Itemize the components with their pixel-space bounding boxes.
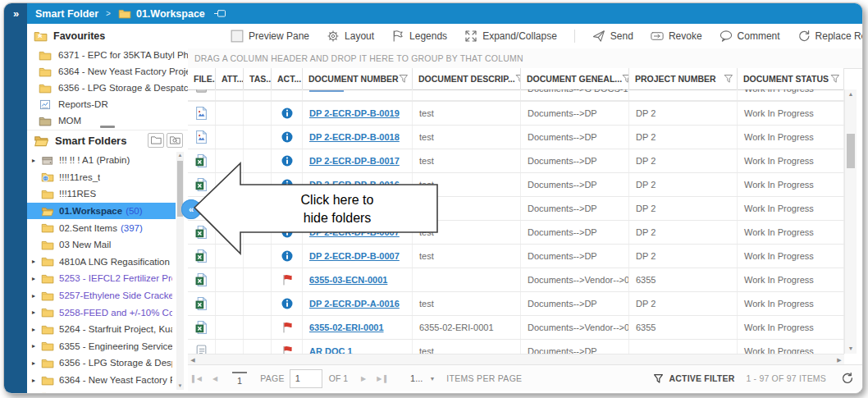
rail-icon[interactable]: [8, 114, 23, 129]
smart-folder-item[interactable]: ▸ 01.Workspace (50): [27, 203, 176, 220]
info-icon[interactable]: [281, 155, 293, 167]
smart-folder-item[interactable]: ▸ 5258-FEED and +/-10% Cost Esti...: [27, 304, 176, 321]
smart-folder-item[interactable]: ▸ 03 New Mail: [27, 236, 176, 254]
document-number-link[interactable]: 6355-03-ECN-0001: [309, 275, 387, 285]
table-row[interactable]: DP 2-ECR-DP-B-0007 test Documents-->DP D…: [188, 221, 844, 245]
splitter-grip-icon[interactable]: [100, 126, 115, 128]
toolbar-button[interactable]: Replace Ref.: [797, 30, 863, 43]
funnel-icon[interactable]: [830, 74, 840, 84]
toolbar-button[interactable]: Revoke: [651, 30, 702, 43]
scroll-down-icon[interactable]: ▼: [845, 344, 857, 354]
funnel-icon[interactable]: [399, 74, 409, 84]
table-row[interactable]: DP 2-ECR-DP-B-0007 test Documents-->DP D…: [188, 245, 844, 268]
smart-folder-item[interactable]: ▸ 4810A LNG Regasification Facilitie...: [27, 254, 176, 271]
table-row[interactable]: DP 2-ECR-DP-A-0016 test Documents-->DP D…: [188, 292, 844, 316]
smart-folder-item[interactable]: ▸ 02.Sent Items (397): [27, 219, 176, 236]
column-header[interactable]: DOCUMENT GENEAL...: [521, 68, 629, 89]
flag-icon[interactable]: [281, 274, 293, 286]
smart-folder-item[interactable]: ▸ 6356 - LPG Storage & Despatch F...: [27, 355, 176, 372]
column-header[interactable]: DOCUMENT NUMBER: [303, 68, 413, 89]
rail-icon[interactable]: [8, 88, 23, 103]
table-row[interactable]: DP 2-ECR-DP-B-0019 test Documents-->DP D…: [188, 102, 844, 126]
horizontal-scrollbar[interactable]: ◀ ▶: [188, 354, 844, 365]
expand-arrow-icon[interactable]: ▸: [32, 275, 39, 282]
favourite-item[interactable]: 6356 - LPG Storage & Despatch Facili...: [27, 80, 188, 96]
table-row[interactable]: DP 2-ECR-DP-B-0018 test Documents-->DP D…: [188, 126, 844, 149]
active-filter-button[interactable]: ACTIVE FILTER: [653, 373, 734, 384]
smart-folder-item[interactable]: ▸ 5253 - IEFCL2 Fertilizer Project: [27, 270, 176, 287]
toolbar-button[interactable]: Comment: [720, 30, 780, 43]
info-icon[interactable]: [281, 250, 293, 262]
document-number-link[interactable]: DP 2-ECR-DP-B-0017: [309, 156, 400, 166]
table-row[interactable]: DP 2-ECR-DP-B-0016 test Documents-->DP D…: [188, 173, 844, 197]
breadcrumb-root[interactable]: Smart Folder: [35, 8, 98, 20]
items-per-page-value[interactable]: 1...: [410, 373, 423, 383]
first-page-button[interactable]: ▌◀: [188, 375, 206, 382]
hide-folders-button[interactable]: «: [181, 199, 201, 219]
toolbar-button[interactable]: Layout: [327, 30, 374, 43]
expand-arrow-icon[interactable]: ▸: [32, 359, 39, 367]
manage-folders-button[interactable]: [148, 133, 164, 148]
favourite-item[interactable]: Reports-DR: [27, 96, 188, 112]
info-icon[interactable]: [281, 179, 293, 190]
last-page-button[interactable]: ▶▐: [372, 375, 391, 382]
items-per-page-select[interactable]: 1... ▼: [410, 373, 441, 383]
pin-icon[interactable]: [213, 9, 226, 18]
expand-arrow-icon[interactable]: ▸: [32, 157, 39, 164]
favourite-item[interactable]: 6364 - New Yeast Factory Project: [27, 63, 188, 80]
table-row[interactable]: DP 2-ECR-DP-B-0011 test Documents-->DP D…: [188, 197, 844, 221]
rail-icon[interactable]: [8, 35, 23, 50]
smart-folder-item[interactable]: ▸ 6355 - Engineering Services for Bu...: [27, 338, 176, 355]
info-icon[interactable]: [281, 298, 293, 309]
sidebar-scrollbar[interactable]: ▲ ▼: [176, 152, 184, 390]
current-page-number[interactable]: 1: [232, 372, 247, 386]
smart-folder-item[interactable]: ▸ 6364 - New Yeast Factory Project: [27, 372, 176, 389]
column-header[interactable]: FILE...: [188, 68, 216, 89]
clipped-document-link[interactable]: [309, 89, 344, 92]
document-number-link[interactable]: 6355-02-ERI-0001: [309, 323, 384, 332]
document-number-link[interactable]: DP 2-ECR-DP-B-0007: [309, 251, 400, 261]
rail-icon[interactable]: [8, 140, 23, 155]
smart-folder-item[interactable]: ▸ 5257-Ethylene Side Cracker & Rev...: [27, 287, 176, 304]
smart-folder-item[interactable]: ▸ 6369 - ...: [27, 388, 176, 393]
funnel-icon[interactable]: [515, 74, 521, 84]
rail-icon[interactable]: [8, 62, 23, 76]
breadcrumb-current-folder[interactable]: 01.Workspace: [136, 8, 205, 20]
table-row[interactable]: DP 2-ECR-DP-B-0017 test Documents-->DP D…: [188, 149, 844, 173]
vertical-scrollbar[interactable]: ▲ ▼: [844, 89, 857, 354]
expand-arrow-icon[interactable]: ▸: [32, 258, 39, 265]
toolbar-button[interactable]: Expand/Collapse: [464, 30, 575, 43]
smart-folder-item[interactable]: ▸ !!! !! ! A1 (Prabin): [27, 152, 176, 169]
info-icon[interactable]: [281, 131, 293, 143]
toolbar-button[interactable]: Legends: [391, 30, 447, 43]
expand-arrow-icon[interactable]: ▸: [32, 309, 39, 316]
folder-search-button[interactable]: [167, 133, 183, 148]
column-header[interactable]: DOCUMENT STATUS: [738, 68, 844, 89]
group-by-bar[interactable]: DRAG A COLUMN HEADER AND DROP IT HERE TO…: [188, 48, 862, 69]
column-header[interactable]: ATT...: [216, 68, 244, 89]
column-header[interactable]: ACT...: [272, 68, 303, 89]
toolbar-button[interactable]: Preview Pane: [231, 30, 309, 43]
document-number-link[interactable]: DP 2-ECR-DP-B-0016: [309, 180, 400, 190]
next-page-button[interactable]: ▶: [354, 375, 372, 382]
column-header[interactable]: TAS...: [244, 68, 272, 89]
refresh-icon[interactable]: [841, 372, 854, 385]
document-number-link[interactable]: DP 2-ECR-DP-A-0016: [309, 299, 400, 309]
info-icon[interactable]: [281, 203, 293, 214]
document-number-link[interactable]: DP 2-ECR-DP-B-0007: [309, 227, 400, 237]
expand-arrow-icon[interactable]: ▸: [32, 326, 39, 333]
flag-icon[interactable]: [281, 322, 293, 333]
funnel-icon[interactable]: [724, 74, 733, 84]
scroll-up-icon[interactable]: ▲: [176, 152, 184, 159]
expand-arrow-icon[interactable]: ▸: [32, 342, 39, 350]
panel-splitter[interactable]: [27, 124, 188, 130]
smart-folder-item[interactable]: ▸ 5264 - Starfruit Project, Kuantan, ...: [27, 321, 176, 338]
info-icon[interactable]: [281, 108, 293, 119]
table-row[interactable]: 6355-03-ECN-0001 Documents-->Vendor-->03…: [188, 268, 844, 292]
prev-page-button[interactable]: ◀: [206, 375, 224, 382]
smart-folder-item[interactable]: ▸ !!!11RES: [27, 185, 176, 203]
rail-icon[interactable]: [8, 167, 23, 181]
column-header[interactable]: DOCUMENT DESCRIP...: [413, 68, 521, 89]
document-number-link[interactable]: DP 2-ECR-DP-B-0011: [309, 204, 399, 213]
document-number-link[interactable]: DP 2-ECR-DP-B-0019: [309, 108, 400, 118]
